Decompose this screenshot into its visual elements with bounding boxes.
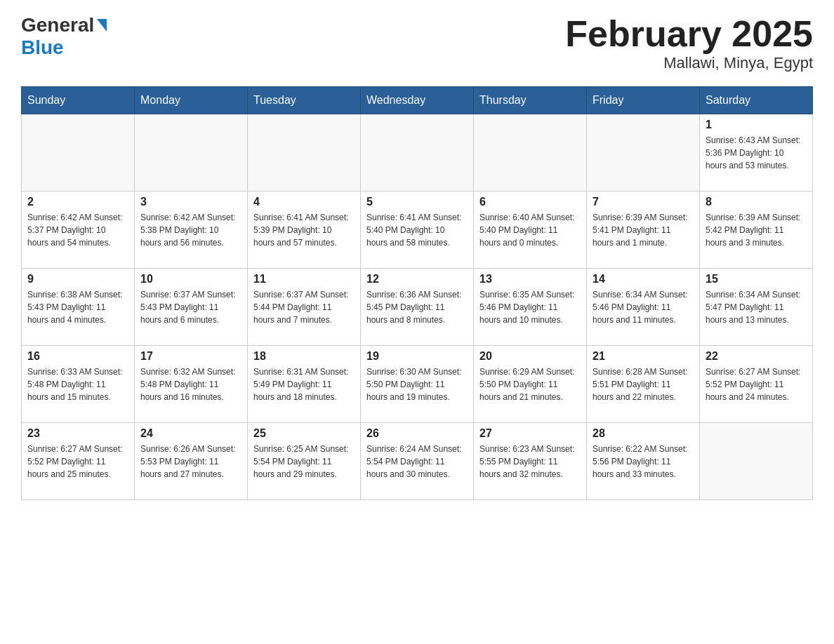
calendar-week-row: 1Sunrise: 6:43 AM Sunset: 5:36 PM Daylig…: [22, 114, 813, 192]
day-number: 21: [593, 350, 694, 363]
day-number: 26: [366, 427, 468, 440]
day-info: Sunrise: 6:34 AM Sunset: 5:47 PM Dayligh…: [706, 288, 807, 326]
day-number: 3: [140, 196, 241, 208]
calendar-title-block: February 2025 Mallawi, Minya, Egypt: [565, 14, 813, 72]
calendar-week-row: 2Sunrise: 6:42 AM Sunset: 5:37 PM Daylig…: [22, 192, 813, 269]
calendar-cell: 12Sunrise: 6:36 AM Sunset: 5:45 PM Dayli…: [361, 269, 474, 346]
calendar-week-row: 9Sunrise: 6:38 AM Sunset: 5:43 PM Daylig…: [22, 269, 813, 346]
day-info: Sunrise: 6:23 AM Sunset: 5:55 PM Dayligh…: [479, 443, 581, 481]
day-number: 28: [593, 427, 694, 440]
day-info: Sunrise: 6:27 AM Sunset: 5:52 PM Dayligh…: [706, 365, 807, 403]
day-info: Sunrise: 6:29 AM Sunset: 5:50 PM Dayligh…: [479, 365, 581, 403]
day-number: 22: [706, 350, 807, 363]
weekday-header-friday: Friday: [587, 87, 700, 114]
day-info: Sunrise: 6:35 AM Sunset: 5:46 PM Dayligh…: [479, 288, 581, 326]
calendar-cell: [361, 114, 474, 192]
calendar-subtitle: Mallawi, Minya, Egypt: [565, 54, 813, 72]
day-number: 4: [253, 196, 355, 208]
day-info: Sunrise: 6:37 AM Sunset: 5:44 PM Dayligh…: [253, 288, 355, 326]
day-number: 27: [479, 427, 581, 440]
day-number: 5: [366, 196, 468, 208]
calendar-cell: [22, 114, 135, 192]
weekday-header-wednesday: Wednesday: [361, 87, 474, 114]
calendar-cell: [135, 114, 248, 192]
day-number: 13: [479, 273, 581, 286]
day-info: Sunrise: 6:43 AM Sunset: 5:36 PM Dayligh…: [706, 134, 807, 172]
day-info: Sunrise: 6:26 AM Sunset: 5:53 PM Dayligh…: [140, 443, 241, 481]
calendar-cell: 2Sunrise: 6:42 AM Sunset: 5:37 PM Daylig…: [22, 192, 135, 269]
calendar-cell: 8Sunrise: 6:39 AM Sunset: 5:42 PM Daylig…: [700, 192, 813, 269]
calendar-cell: 27Sunrise: 6:23 AM Sunset: 5:55 PM Dayli…: [474, 423, 587, 500]
calendar-cell: [474, 114, 587, 192]
calendar-cell: 14Sunrise: 6:34 AM Sunset: 5:46 PM Dayli…: [587, 269, 700, 346]
day-number: 6: [479, 196, 581, 208]
calendar-cell: 9Sunrise: 6:38 AM Sunset: 5:43 PM Daylig…: [22, 269, 135, 346]
calendar-cell: 6Sunrise: 6:40 AM Sunset: 5:40 PM Daylig…: [474, 192, 587, 269]
calendar-cell: [248, 114, 361, 192]
calendar-cell: 7Sunrise: 6:39 AM Sunset: 5:41 PM Daylig…: [587, 192, 700, 269]
calendar-cell: 21Sunrise: 6:28 AM Sunset: 5:51 PM Dayli…: [587, 346, 700, 423]
weekday-header-row: SundayMondayTuesdayWednesdayThursdayFrid…: [22, 87, 813, 114]
day-info: Sunrise: 6:31 AM Sunset: 5:49 PM Dayligh…: [253, 365, 355, 403]
calendar-cell: 13Sunrise: 6:35 AM Sunset: 5:46 PM Dayli…: [474, 269, 587, 346]
calendar-cell: 25Sunrise: 6:25 AM Sunset: 5:54 PM Dayli…: [248, 423, 361, 500]
day-number: 18: [253, 350, 355, 363]
logo-blue-text: Blue: [21, 36, 64, 58]
day-info: Sunrise: 6:32 AM Sunset: 5:48 PM Dayligh…: [140, 365, 241, 403]
calendar-cell: 3Sunrise: 6:42 AM Sunset: 5:38 PM Daylig…: [135, 192, 248, 269]
calendar-cell: [587, 114, 700, 192]
calendar-week-row: 16Sunrise: 6:33 AM Sunset: 5:48 PM Dayli…: [22, 346, 813, 423]
page-header: General Blue February 2025 Mallawi, Miny…: [21, 14, 813, 72]
calendar-cell: 18Sunrise: 6:31 AM Sunset: 5:49 PM Dayli…: [248, 346, 361, 423]
day-number: 23: [27, 427, 128, 440]
day-number: 7: [593, 196, 694, 208]
day-info: Sunrise: 6:38 AM Sunset: 5:43 PM Dayligh…: [27, 288, 128, 326]
calendar-title: February 2025: [565, 14, 813, 54]
day-number: 15: [706, 273, 807, 286]
day-info: Sunrise: 6:33 AM Sunset: 5:48 PM Dayligh…: [27, 365, 128, 403]
day-number: 10: [140, 273, 241, 286]
day-number: 20: [479, 350, 581, 363]
day-info: Sunrise: 6:39 AM Sunset: 5:42 PM Dayligh…: [706, 211, 807, 249]
logo: General Blue: [21, 14, 107, 59]
weekday-header-monday: Monday: [135, 87, 248, 114]
day-number: 25: [253, 427, 355, 440]
day-info: Sunrise: 6:22 AM Sunset: 5:56 PM Dayligh…: [593, 443, 694, 481]
day-number: 16: [27, 350, 128, 363]
calendar-cell: 10Sunrise: 6:37 AM Sunset: 5:43 PM Dayli…: [135, 269, 248, 346]
day-info: Sunrise: 6:25 AM Sunset: 5:54 PM Dayligh…: [253, 443, 355, 481]
day-number: 12: [366, 273, 468, 286]
day-number: 19: [366, 350, 468, 363]
day-info: Sunrise: 6:39 AM Sunset: 5:41 PM Dayligh…: [593, 211, 694, 249]
calendar-cell: 5Sunrise: 6:41 AM Sunset: 5:40 PM Daylig…: [361, 192, 474, 269]
day-info: Sunrise: 6:40 AM Sunset: 5:40 PM Dayligh…: [479, 211, 581, 249]
calendar-cell: [700, 423, 813, 500]
day-info: Sunrise: 6:36 AM Sunset: 5:45 PM Dayligh…: [366, 288, 468, 326]
calendar-cell: 15Sunrise: 6:34 AM Sunset: 5:47 PM Dayli…: [700, 269, 813, 346]
weekday-header-saturday: Saturday: [700, 87, 813, 114]
calendar-cell: 22Sunrise: 6:27 AM Sunset: 5:52 PM Dayli…: [700, 346, 813, 423]
weekday-header-thursday: Thursday: [474, 87, 587, 114]
day-info: Sunrise: 6:42 AM Sunset: 5:37 PM Dayligh…: [27, 211, 128, 249]
day-number: 8: [706, 196, 807, 208]
calendar-cell: 16Sunrise: 6:33 AM Sunset: 5:48 PM Dayli…: [22, 346, 135, 423]
day-number: 1: [706, 119, 807, 131]
day-info: Sunrise: 6:27 AM Sunset: 5:52 PM Dayligh…: [27, 443, 128, 481]
day-info: Sunrise: 6:41 AM Sunset: 5:39 PM Dayligh…: [253, 211, 355, 249]
calendar-cell: 26Sunrise: 6:24 AM Sunset: 5:54 PM Dayli…: [361, 423, 474, 500]
calendar-cell: 20Sunrise: 6:29 AM Sunset: 5:50 PM Dayli…: [474, 346, 587, 423]
day-number: 2: [27, 196, 128, 208]
calendar-cell: 23Sunrise: 6:27 AM Sunset: 5:52 PM Dayli…: [22, 423, 135, 500]
calendar-cell: 24Sunrise: 6:26 AM Sunset: 5:53 PM Dayli…: [135, 423, 248, 500]
calendar-cell: 11Sunrise: 6:37 AM Sunset: 5:44 PM Dayli…: [248, 269, 361, 346]
calendar-table: SundayMondayTuesdayWednesdayThursdayFrid…: [21, 86, 813, 500]
day-number: 17: [140, 350, 241, 363]
day-info: Sunrise: 6:34 AM Sunset: 5:46 PM Dayligh…: [593, 288, 694, 326]
weekday-header-sunday: Sunday: [22, 87, 135, 114]
day-info: Sunrise: 6:30 AM Sunset: 5:50 PM Dayligh…: [366, 365, 468, 403]
day-info: Sunrise: 6:28 AM Sunset: 5:51 PM Dayligh…: [593, 365, 694, 403]
day-info: Sunrise: 6:24 AM Sunset: 5:54 PM Dayligh…: [366, 443, 468, 481]
logo-general-text: General: [21, 14, 94, 36]
day-number: 11: [253, 273, 355, 286]
day-number: 14: [593, 273, 694, 286]
